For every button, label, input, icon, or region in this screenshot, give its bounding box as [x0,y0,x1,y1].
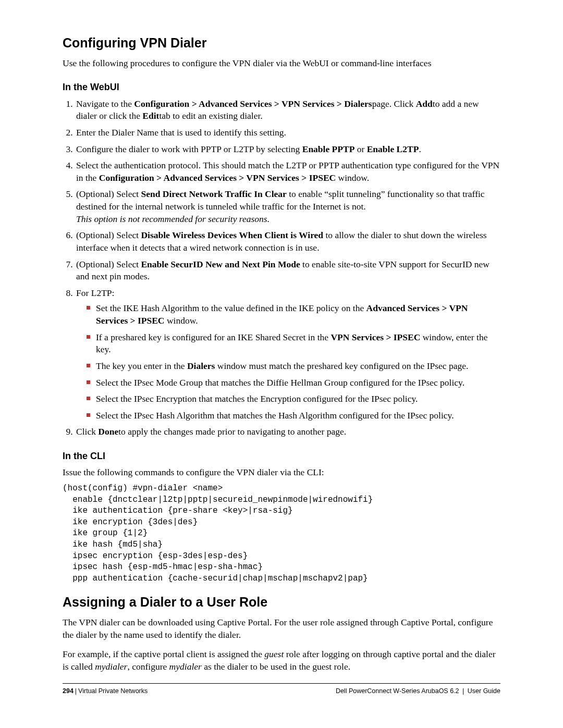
section-intro: Use the following procedures to configur… [63,57,500,70]
page-number: 294 [63,687,74,695]
step-8-sublist: Set the IKE Hash Algorithm to the value … [76,302,500,422]
footer-product: Dell PowerConnect W-Series ArubaOS 6.2 [336,687,459,695]
step-4: Select the authentication protocol. This… [75,159,500,184]
webui-steps: Navigate to the Configuration > Advanced… [63,98,500,438]
footer-doc: User Guide [468,687,500,695]
footer-left: 294|Virtual Private Networks [63,687,148,696]
footer-chapter: Virtual Private Networks [78,687,148,695]
cli-intro: Issue the following commands to configur… [63,466,500,479]
cli-code-block: (host(config) #vpn-dialer <name> enable … [63,483,500,584]
step-8-sub-3: The key you enter in the Dialers window … [87,360,500,373]
step-8-sub-6: Select the IPsec Hash Algorithm that mat… [87,410,500,422]
subheading-in-the-cli: In the CLI [63,450,500,462]
step-2: Enter the Dialer Name that is used to id… [75,127,500,139]
step-6: (Optional) Select Disable Wireless Devic… [75,229,500,254]
separator-icon: | [461,687,466,696]
step-8-sub-5: Select the IPsec Encryption that matches… [87,393,500,405]
step-8-sub-2: If a preshared key is configured for an … [87,331,500,356]
step-1: Navigate to the Configuration > Advanced… [75,98,500,122]
step-3: Configure the dialer to work with PPTP o… [75,143,500,156]
step-5-note: This option is not recommended for secur… [76,214,270,224]
step-9: Click Doneto apply the changes made prio… [75,426,500,438]
section-heading-assigning-dialer: Assigning a Dialer to a User Role [63,594,500,611]
subheading-in-the-webui: In the WebUI [63,81,500,93]
step-8: For L2TP: Set the IKE Hash Algorithm to … [75,287,500,422]
section-heading-configuring-vpn-dialer: Configuring VPN Dialer [63,34,500,52]
page-footer: 294|Virtual Private Networks Dell PowerC… [63,683,500,696]
step-8-sub-1: Set the IKE Hash Algorithm to the value … [87,302,500,327]
assigning-p1: The VPN dialer can be downloaded using C… [63,616,500,641]
step-7: (Optional) Select Enable SecurID New and… [75,258,500,283]
step-8-sub-4: Select the IPsec Mode Group that matches… [87,377,500,389]
page: Configuring VPN Dialer Use the following… [0,0,563,728]
assigning-p2: For example, if the captive portal clien… [63,648,500,673]
footer-right: Dell PowerConnect W-Series ArubaOS 6.2 |… [336,687,500,696]
separator-icon: | [75,687,77,696]
step-5: (Optional) Select Send Direct Network Tr… [75,188,500,225]
